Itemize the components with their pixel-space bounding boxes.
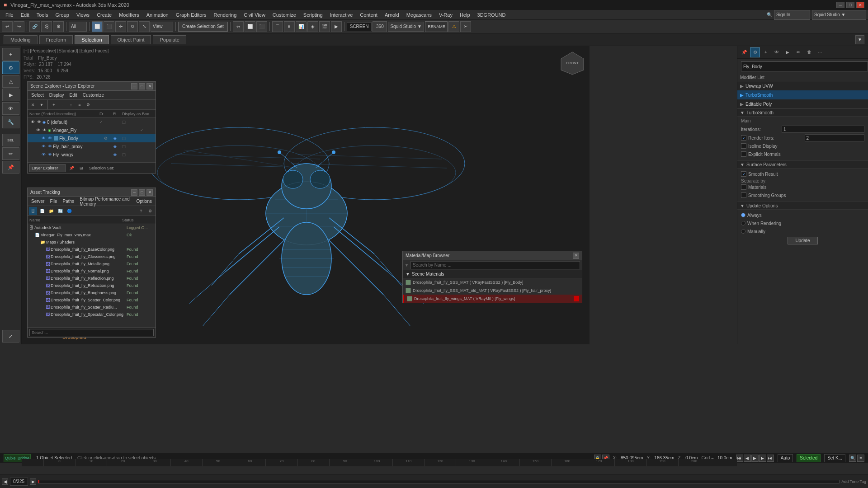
se-more-btn[interactable]: ⋮ — [93, 101, 101, 109]
update-options-header[interactable]: ▼ Update Options — [737, 202, 868, 210]
motion-tab[interactable]: ▶ — [2, 89, 19, 101]
create-selection-btn[interactable]: Create Selection Set — [178, 22, 228, 32]
menu-customize[interactable]: Customize — [269, 11, 300, 19]
utilities-tab[interactable]: 🔧 — [2, 116, 19, 128]
rp-create-btn[interactable]: + — [761, 47, 771, 57]
rp-edit-btn[interactable]: ✏ — [793, 47, 803, 57]
menu-views[interactable]: Views — [73, 11, 93, 19]
timeline-next-btn[interactable]: ▶ — [30, 479, 36, 485]
link-btn[interactable]: 🔗 — [29, 21, 40, 32]
at-folder-btn[interactable]: 📁 — [47, 207, 55, 215]
se-pin-btn[interactable]: 📌 — [67, 164, 75, 172]
tree-item-fly-body[interactable]: 👁 👁 Fly_Body ⚙ 👁 ☐ — [28, 134, 156, 142]
menu-group[interactable]: Group — [52, 11, 73, 19]
align-btn[interactable]: ⬜ — [245, 21, 255, 32]
menu-graph-editors[interactable]: Graph Editors — [172, 11, 210, 19]
play-btn[interactable]: ▶ — [751, 455, 759, 462]
menu-arnold[interactable]: Arnold — [381, 11, 403, 19]
tree-item-fly-wings[interactable]: 👁 👁 Fly_wings 👁 ☐ — [28, 150, 156, 159]
at-help-btn[interactable]: ? — [137, 207, 145, 215]
tab-object-paint[interactable]: Object Paint — [111, 35, 151, 44]
menu-rendering[interactable]: Rendering — [210, 11, 241, 19]
close-btn[interactable]: ✕ — [856, 2, 864, 8]
object-name-field[interactable] — [741, 61, 868, 71]
at-refresh-btn[interactable]: 🔄 — [56, 207, 64, 215]
maximize-btn[interactable]: □ — [846, 2, 854, 8]
rename-btn[interactable]: RENAME — [425, 21, 448, 32]
auto-key-btn[interactable]: Auto — [778, 454, 793, 462]
select-btn[interactable]: ⬜ — [92, 21, 103, 32]
menu-create[interactable]: Create — [93, 11, 115, 19]
bind-btn[interactable]: ⚙ — [53, 21, 64, 32]
add-time-tag[interactable]: Add Time Tag — [841, 479, 866, 484]
tree-item-fly-hair[interactable]: 👁 👁 Fly_hair_proxy 👁 ☐ — [28, 142, 156, 150]
asset-minimize[interactable]: ─ — [131, 189, 137, 196]
turbosmooth-section-header[interactable]: ▼ TurboSmooth — [737, 108, 868, 117]
rp-motion-btn[interactable]: ▶ — [783, 47, 793, 57]
menu-tools[interactable]: Tools — [33, 11, 52, 19]
asset-scatter-color[interactable]: 🖼 Drosophila_fruit_fly_Scatter_Color.png… — [28, 296, 156, 304]
asset-restore[interactable]: □ — [139, 189, 145, 196]
zoom-ext-btn[interactable]: ⤢ — [2, 330, 19, 343]
prev-key-btn[interactable]: ⏮ — [736, 455, 743, 462]
asset-scatter-radius[interactable]: 🖼 Drosophila_fruit_fly_Scatter_Radiu... … — [28, 304, 156, 311]
asset-search-input[interactable] — [29, 329, 154, 336]
explicit-normals-check[interactable] — [741, 151, 746, 157]
asset-refraction[interactable]: 🖼 Drosophila_fruit_fly_Refraction.png Fo… — [28, 282, 156, 289]
at-file-btn[interactable]: 📄 — [38, 207, 46, 215]
minimize-btn[interactable]: ─ — [836, 2, 844, 8]
asset-maps-folder[interactable]: 📁 Maps / Shaders — [28, 239, 156, 246]
squid-dropdown[interactable]: Squid Studio ▼ — [388, 22, 424, 32]
filter-dropdown[interactable]: All — [69, 22, 87, 32]
at-menu-file[interactable]: File — [48, 198, 59, 204]
create-tab[interactable]: + — [2, 48, 19, 61]
material-btn[interactable]: ◈ — [307, 21, 318, 32]
undo-btn[interactable]: ↩ — [2, 21, 13, 32]
display-tab[interactable]: 👁 — [2, 102, 19, 115]
material-search-input[interactable] — [410, 261, 580, 269]
modifier-editable-poly[interactable]: ▶ Editable Poly — [737, 99, 868, 108]
at-settings2-btn[interactable]: ⚙ — [146, 207, 154, 215]
paint-btn[interactable]: ✏ — [2, 147, 19, 160]
se-close-btn[interactable]: ✕ — [29, 101, 37, 109]
at-highlight-btn[interactable]: 🔵 — [65, 207, 73, 215]
se-settings-btn[interactable]: ⚙ — [84, 101, 92, 109]
smooth-result-check[interactable] — [741, 171, 746, 177]
current-frame-display[interactable]: 0 / 225 — [10, 478, 28, 486]
when-rendering-radio[interactable] — [741, 221, 745, 225]
timeline-prev-btn[interactable]: ◀ — [2, 479, 8, 485]
at-menu-bitmap[interactable]: Bitmap Performance and Memory — [78, 196, 132, 207]
asset-reflection[interactable]: 🖼 Drosophila_fruit_fly_Reflection.png Fo… — [28, 275, 156, 282]
modifier-turbosmooth[interactable]: ▶ TurboSmooth — [737, 90, 868, 99]
layer-btn[interactable]: ≡ — [284, 21, 295, 32]
se-expand-btn[interactable]: + — [50, 101, 58, 109]
se-menu-select[interactable]: Select — [29, 92, 46, 98]
se-filter-btn[interactable]: ▼ — [38, 101, 46, 109]
tab-selection[interactable]: Selection — [75, 35, 108, 44]
render-iters-value[interactable]: 2 — [805, 134, 865, 141]
menu-vray[interactable]: V-Ray — [435, 11, 456, 19]
prev-frame-btn[interactable]: ◀ — [744, 455, 751, 462]
asset-close[interactable]: ✕ — [146, 189, 153, 196]
panel-minimize[interactable]: ─ — [131, 83, 137, 89]
hierarchy-tab[interactable]: △ — [2, 75, 19, 88]
asset-metallic[interactable]: 🖼 Drosophila_fruit_fly_Metallic.png Foun… — [28, 260, 156, 267]
set-key-btn[interactable]: Set K... — [824, 454, 845, 462]
at-server-btn[interactable]: 🗄 — [29, 207, 37, 215]
move-btn[interactable]: ✛ — [115, 21, 126, 32]
se-sort-btn[interactable]: ↕ — [67, 101, 75, 109]
align2-btn[interactable]: ⬛ — [256, 21, 267, 32]
menu-scripting[interactable]: Scripting — [300, 11, 326, 19]
at-menu-server[interactable]: Server — [29, 198, 46, 204]
select-obj-btn[interactable]: SEL — [2, 134, 19, 146]
menu-file[interactable]: File — [2, 11, 17, 19]
menu-content[interactable]: Content — [356, 11, 381, 19]
warning-btn[interactable]: ⚠ — [448, 21, 459, 32]
scale-btn[interactable]: ⤡ — [139, 21, 150, 32]
se-menu-customize[interactable]: Customize — [81, 92, 106, 98]
at-menu-paths[interactable]: Paths — [61, 198, 76, 204]
menu-animation[interactable]: Animation — [143, 11, 172, 19]
panel-close[interactable]: ✕ — [146, 83, 153, 89]
curve-btn[interactable]: ⌒ — [272, 21, 283, 32]
surface-params-header[interactable]: ▼ Surface Parameters — [737, 160, 868, 169]
